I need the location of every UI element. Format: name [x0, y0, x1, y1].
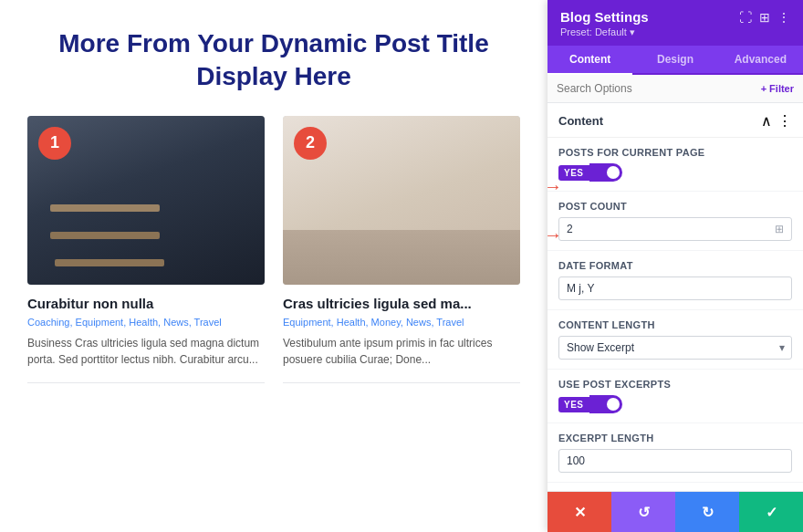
more-icon[interactable]: ⋮: [777, 10, 790, 25]
page-title: More From Your Dynamic Post Title Displa…: [27, 27, 520, 94]
post-badge-2: 2: [294, 127, 327, 160]
posts-grid: 1 Curabitur non nulla Coaching, Equipmen…: [27, 116, 520, 383]
tab-advanced[interactable]: Advanced: [718, 46, 803, 73]
post-count-field: Post Count 2 ⊞: [548, 192, 803, 251]
toggle-thumb: [607, 166, 620, 179]
post-card-1: 1 Curabitur non nulla Coaching, Equipmen…: [27, 116, 265, 383]
section-icons: ∧ ⋮: [761, 112, 792, 130]
toggle-yes-label: YES: [558, 165, 589, 181]
post-divider-1: [27, 382, 265, 383]
toggle-track[interactable]: [589, 163, 622, 182]
use-post-excerpts-field: Use Post Excerpts YES: [548, 370, 803, 423]
panel-header-icons: ⛶ ⊞ ⋮: [739, 10, 790, 25]
tab-content[interactable]: Content: [548, 46, 632, 75]
content-length-select[interactable]: Show Excerpt: [558, 336, 792, 360]
excerpt-length-input[interactable]: 100: [558, 449, 792, 473]
panel-search-bar: + Filter: [548, 75, 803, 103]
post-count-label: Post Count: [558, 201, 792, 212]
content-length-field: Content Length Show Excerpt: [548, 310, 803, 370]
arrow-indicator-1: →: [544, 176, 562, 197]
search-input[interactable]: [557, 82, 761, 95]
post-image-1: 1: [27, 116, 265, 285]
redo-button[interactable]: ↻: [675, 492, 739, 532]
panel-body: Content ∧ ⋮ Posts For Current Page YES P…: [548, 103, 803, 491]
content-length-label: Content Length: [558, 319, 792, 330]
posts-current-page-field: Posts For Current Page YES: [548, 138, 803, 192]
panel-preset[interactable]: Preset: Default ▾: [560, 26, 790, 38]
post-badge-1: 1: [38, 127, 71, 160]
cancel-button[interactable]: ✕: [548, 492, 611, 532]
post-tags-2: Equipment, Health, Money, News, Travel: [283, 317, 520, 328]
save-button[interactable]: ✓: [739, 492, 803, 532]
post-offset-field: Post Offset Number 0: [548, 483, 803, 491]
use-post-excerpts-label: Use Post Excerpts: [558, 379, 792, 390]
arrow-indicator-2: →: [544, 224, 562, 245]
post-excerpt-2: Vestibulum ante ipsum primis in fac ultr…: [283, 335, 520, 368]
toggle-track-2[interactable]: [589, 395, 622, 413]
panel-tabs: Content Design Advanced: [548, 46, 803, 75]
date-format-label: Date Format: [558, 260, 792, 271]
post-card-2: 2 Cras ultricies ligula sed ma... Equipm…: [283, 116, 520, 383]
date-format-input[interactable]: M j, Y: [558, 276, 792, 300]
main-content: More From Your Dynamic Post Title Displa…: [0, 0, 548, 532]
post-image-2: 2: [283, 116, 520, 285]
post-count-input[interactable]: 2 ⊞: [558, 217, 792, 241]
posts-current-page-label: Posts For Current Page: [558, 147, 792, 158]
post-excerpt-1: Business Cras ultricies ligula sed magna…: [27, 335, 265, 368]
tab-design[interactable]: Design: [632, 46, 717, 73]
section-title: Content: [558, 114, 603, 128]
posts-current-page-toggle[interactable]: YES: [558, 163, 792, 182]
input-edit-icon: ⊞: [775, 223, 784, 235]
post-title-2: Cras ultricies ligula sed ma...: [283, 296, 520, 311]
use-post-excerpts-toggle[interactable]: YES: [558, 395, 792, 413]
toggle-yes-label-2: YES: [558, 397, 589, 412]
settings-panel: Blog Settings ⛶ ⊞ ⋮ Preset: Default ▾ Co…: [548, 0, 803, 532]
content-length-select-wrapper: Show Excerpt: [558, 336, 792, 360]
content-section-header: Content ∧ ⋮: [548, 103, 803, 138]
post-divider-2: [283, 382, 520, 383]
split-icon[interactable]: ⊞: [759, 10, 770, 25]
collapse-icon[interactable]: ∧: [761, 112, 772, 130]
post-title-1: Curabitur non nulla: [27, 296, 265, 311]
post-tags-1: Coaching, Equipment, Health, News, Trave…: [27, 317, 265, 328]
section-more-icon[interactable]: ⋮: [777, 112, 792, 130]
date-format-field: Date Format M j, Y: [548, 251, 803, 310]
panel-header: Blog Settings ⛶ ⊞ ⋮ Preset: Default ▾: [548, 0, 803, 46]
filter-button[interactable]: + Filter: [761, 83, 794, 94]
undo-button[interactable]: ↺: [611, 492, 675, 532]
panel-title: Blog Settings: [560, 9, 649, 25]
toggle-thumb-2: [607, 398, 620, 411]
excerpt-length-label: Excerpt Length: [558, 433, 792, 443]
fullscreen-icon[interactable]: ⛶: [739, 10, 752, 25]
panel-footer: ✕ ↺ ↻ ✓: [548, 491, 803, 532]
excerpt-length-field: Excerpt Length 100: [548, 423, 803, 483]
